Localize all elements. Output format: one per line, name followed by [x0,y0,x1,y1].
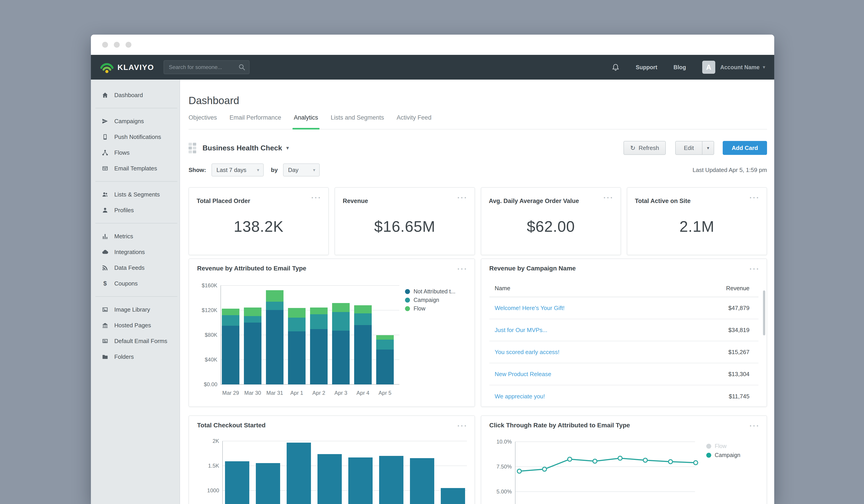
sidebar-item-folders[interactable]: Folders [91,349,180,365]
edit-button[interactable]: Edit [675,141,703,155]
data-point-marker [542,467,547,471]
campaign-link[interactable]: Just for Our MVPs... [495,327,548,334]
data-point-marker [593,459,597,463]
edit-label: Edit [684,145,694,151]
sidebar-item-dashboard[interactable]: Dashboard [91,87,180,103]
campaign-revenue-value: $11,745 [729,393,749,400]
checkout-bar [441,488,465,504]
board-caret-icon[interactable]: ▾ [286,145,289,151]
table-row: We appreciate you!$11,745 [489,385,759,407]
campaign-link[interactable]: New Product Release [495,371,551,378]
sidebar-item-image-library[interactable]: Image Library [91,302,180,317]
sidebar-item-integrations[interactable]: Integrations [91,244,180,260]
stat-card-menu-icon[interactable]: ··· [749,195,760,200]
account-caret-icon[interactable]: ▾ [763,64,765,70]
bar-segment-flow [222,309,239,315]
last-updated-text: Last Updated Apr 5, 1:59 pm [693,167,767,174]
campaign-revenue-value: $15,267 [728,349,749,356]
bar-segment-not-attributed-t- [222,326,239,384]
cloud-icon [101,249,109,255]
sidebar-divider [95,296,177,297]
search-icon[interactable] [238,64,245,71]
folder-icon [101,353,109,360]
sidebar-item-label: Lists & Segments [114,191,160,198]
refresh-label: Refresh [638,145,659,151]
main-content: Dashboard ObjectivesEmail PerformanceAna… [180,79,774,504]
tab-objectives[interactable]: Objectives [189,114,217,129]
send-icon [101,118,109,124]
search-input[interactable] [164,60,250,74]
charts-row-1: Revenue by Attributed to Email Type ··· … [189,259,767,407]
form-icon [101,337,109,344]
stat-card-menu-icon[interactable]: ··· [603,195,614,200]
avatar[interactable]: A [702,61,715,74]
legend-dot-icon [706,444,711,449]
bar-segment-flow [244,308,262,316]
stat-card-menu-icon[interactable]: ··· [457,195,468,200]
legend-dot-icon [706,453,711,458]
checkout-bar [317,454,342,504]
refresh-button[interactable]: ↻ Refresh [623,141,666,155]
card-menu-icon[interactable]: ··· [457,423,468,428]
campaign-link[interactable]: You scored early access! [495,349,560,356]
legend-label: Flow [413,305,425,312]
edit-caret-button[interactable]: ▾ [703,141,714,155]
sidebar-item-data-feeds[interactable]: Data Feeds [91,260,180,275]
filter-row: Show: Last 7 days ▾ by Day ▾ Last Update… [189,163,767,176]
bar-segment-not-attributed-t- [244,323,262,384]
nav-link-support[interactable]: Support [636,64,658,71]
card-menu-icon[interactable]: ··· [749,423,760,428]
sidebar-item-coupons[interactable]: $Coupons [91,275,180,291]
tab-email-performance[interactable]: Email Performance [229,114,281,129]
klaviyo-logo[interactable]: KLAVIYO [100,61,154,73]
table-row: New Product Release$13,304 [489,363,759,385]
chart-gridline [222,441,467,441]
sidebar-item-email-templates[interactable]: Email Templates [91,160,180,176]
tab-lists-and-segments[interactable]: Lists and Segments [331,114,384,129]
traffic-light-dot [114,42,120,48]
sidebar-item-label: Data Feeds [114,265,144,271]
by-label: by [271,167,278,174]
legend-item-flow[interactable]: Flow [405,305,425,312]
x-axis-label: Apr 4 [352,390,374,396]
sidebar-item-profiles[interactable]: Profiles [91,202,180,218]
bar-segment-campaign [376,340,394,349]
legend-item-not-attributed-t-[interactable]: Not Attributed t... [405,288,455,295]
revenue-by-email-type-card: Revenue by Attributed to Email Type ··· … [189,259,475,407]
y-axis-label: $40K [190,357,217,363]
nav-link-blog[interactable]: Blog [673,64,686,71]
interval-select-caret-icon: ▾ [313,167,315,173]
campaign-link[interactable]: Welcome! Here's Your Gift! [495,305,565,311]
bell-icon[interactable] [612,63,620,72]
y-axis-label: 2K [192,438,219,444]
sidebar-item-flows[interactable]: Flows [91,145,180,160]
campaign-link[interactable]: We appreciate you! [495,393,545,400]
board-title[interactable]: Business Health Check [203,144,282,152]
tab-analytics[interactable]: Analytics [294,114,318,129]
legend-item-campaign[interactable]: Campaign [706,452,741,458]
card-menu-icon[interactable]: ··· [749,267,760,271]
card-menu-icon[interactable]: ··· [457,267,468,271]
sidebar-item-hosted-pages[interactable]: Hosted Pages [91,317,180,333]
sidebar-item-lists-segments[interactable]: Lists & Segments [91,187,180,202]
sidebar-divider [95,223,177,223]
bar-segment-not-attributed-t- [310,329,328,384]
stat-card-menu-icon[interactable]: ··· [311,195,322,200]
sidebar-item-metrics[interactable]: Metrics [91,229,180,244]
board-grid-icon[interactable] [189,143,196,153]
legend-item-campaign[interactable]: Campaign [405,297,439,303]
tab-activity-feed[interactable]: Activity Feed [397,114,432,129]
legend-item-flow[interactable]: Flow [706,443,727,450]
interval-select[interactable]: Day ▾ [283,163,320,176]
sidebar-item-default-email-forms[interactable]: Default Email Forms [91,333,180,349]
add-card-button[interactable]: Add Card [723,141,767,155]
account-name[interactable]: Account Name [720,64,760,71]
traffic-light-dot [125,42,131,48]
stat-card-value: $16.65M [343,218,467,235]
chart-title: Total Checkout Started [197,422,466,429]
range-select[interactable]: Last 7 days ▾ [212,163,264,176]
y-axis-label: $80K [190,332,217,338]
table-scrollbar-thumb[interactable] [763,291,765,335]
sidebar-item-campaigns[interactable]: Campaigns [91,113,180,129]
sidebar-item-push-notifications[interactable]: Push Notifications [91,129,180,145]
